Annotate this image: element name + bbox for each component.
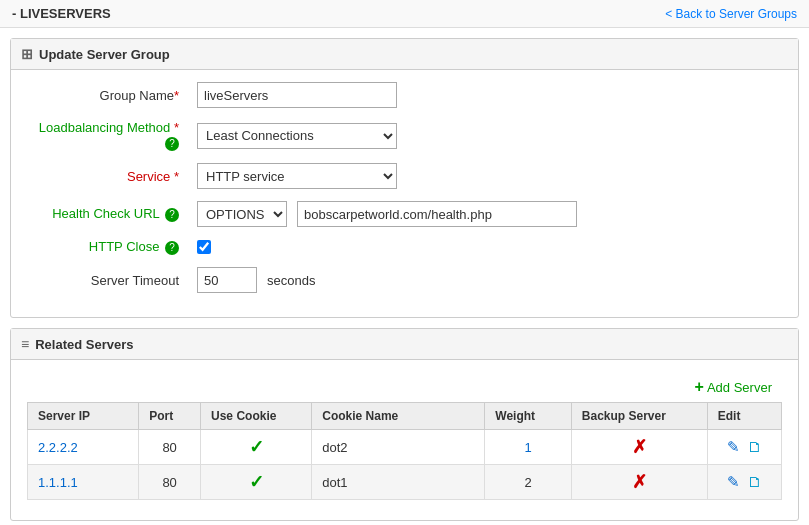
- lb-method-help-icon[interactable]: ?: [165, 137, 179, 151]
- group-name-label: Group Name*: [27, 88, 187, 103]
- servers-table-body: 2.2.2.2 80 ✓ dot2 1 ✗ ✎ 🗋: [28, 430, 782, 500]
- group-name-input[interactable]: [197, 82, 397, 108]
- lb-method-select[interactable]: Least Connections Round Robin IP Hash: [197, 123, 397, 149]
- related-servers-header: ≡ Related Servers: [11, 329, 798, 360]
- weight-cell: 1: [485, 430, 572, 465]
- service-label: Service *: [27, 169, 187, 184]
- port-cell: 80: [139, 465, 201, 500]
- servers-table: Server IP Port Use Cookie Cookie Name We…: [27, 402, 782, 500]
- related-servers-title: Related Servers: [35, 337, 133, 352]
- health-method-select[interactable]: OPTIONS GET POST HEAD: [197, 201, 287, 227]
- edit-cell: ✎ 🗋: [707, 430, 781, 465]
- th-server-ip: Server IP: [28, 403, 139, 430]
- backup-server-cell: ✗: [571, 465, 707, 500]
- check-icon: ✓: [249, 472, 264, 492]
- edit-icon[interactable]: ✎: [727, 473, 740, 490]
- th-use-cookie: Use Cookie: [201, 403, 312, 430]
- port-cell: 80: [139, 430, 201, 465]
- http-close-row: HTTP Close ?: [27, 239, 782, 255]
- page-title: - LIVESERVERS: [12, 6, 111, 21]
- plus-icon: +: [695, 378, 704, 396]
- use-cookie-cell: ✓: [201, 430, 312, 465]
- table-row: 2.2.2.2 80 ✓ dot2 1 ✗ ✎ 🗋: [28, 430, 782, 465]
- server-ip-link[interactable]: 1.1.1.1: [38, 475, 78, 490]
- add-server-link[interactable]: + Add Server: [695, 378, 772, 396]
- http-close-help-icon[interactable]: ?: [165, 241, 179, 255]
- lb-method-label: Loadbalancing Method * ?: [27, 120, 187, 151]
- related-servers-section: ≡ Related Servers + Add Server Server IP…: [10, 328, 799, 521]
- health-url-input[interactable]: [297, 201, 577, 227]
- th-port: Port: [139, 403, 201, 430]
- edit-cell: ✎ 🗋: [707, 465, 781, 500]
- http-close-label: HTTP Close ?: [27, 239, 187, 255]
- use-cookie-cell: ✓: [201, 465, 312, 500]
- health-check-help-icon[interactable]: ?: [165, 208, 179, 222]
- weight-cell: 2: [485, 465, 572, 500]
- update-server-group-section: ⊞ Update Server Group Group Name* Loadba…: [10, 38, 799, 318]
- check-icon: ✓: [249, 437, 264, 457]
- update-section-title: Update Server Group: [39, 47, 170, 62]
- service-row: Service * HTTP service HTTPS service TCP…: [27, 163, 782, 189]
- lb-method-row: Loadbalancing Method * ? Least Connectio…: [27, 120, 782, 151]
- server-timeout-input[interactable]: [197, 267, 257, 293]
- cookie-name-cell: dot1: [312, 465, 485, 500]
- service-select[interactable]: HTTP service HTTPS service TCP service: [197, 163, 397, 189]
- th-edit: Edit: [707, 403, 781, 430]
- th-backup-server: Backup Server: [571, 403, 707, 430]
- seconds-label: seconds: [267, 273, 315, 288]
- grid-icon: ⊞: [21, 46, 33, 62]
- server-ip-cell: 2.2.2.2: [28, 430, 139, 465]
- health-check-row: Health Check URL ? OPTIONS GET POST HEAD: [27, 201, 782, 227]
- edit-icon[interactable]: ✎: [727, 438, 740, 455]
- related-servers-body: + Add Server Server IP Port Use Cookie C…: [11, 360, 798, 520]
- http-close-checkbox[interactable]: [197, 240, 211, 254]
- add-server-area: + Add Server: [27, 372, 782, 402]
- server-timeout-row: Server Timeout seconds: [27, 267, 782, 293]
- backup-server-cell: ✗: [571, 430, 707, 465]
- copy-icon[interactable]: 🗋: [747, 473, 762, 490]
- cross-icon: ✗: [632, 472, 647, 492]
- th-weight: Weight: [485, 403, 572, 430]
- copy-icon[interactable]: 🗋: [747, 438, 762, 455]
- update-section-body: Group Name* Loadbalancing Method * ? Lea…: [11, 70, 798, 317]
- group-name-row: Group Name*: [27, 82, 782, 108]
- cross-icon: ✗: [632, 437, 647, 457]
- servers-icon: ≡: [21, 336, 29, 352]
- update-section-header: ⊞ Update Server Group: [11, 39, 798, 70]
- add-server-label: Add Server: [707, 380, 772, 395]
- servers-table-head: Server IP Port Use Cookie Cookie Name We…: [28, 403, 782, 430]
- cookie-name-cell: dot2: [312, 430, 485, 465]
- health-check-label: Health Check URL ?: [27, 206, 187, 222]
- server-timeout-label: Server Timeout: [27, 273, 187, 288]
- back-to-server-groups-link[interactable]: < Back to Server Groups: [665, 7, 797, 21]
- th-cookie-name: Cookie Name: [312, 403, 485, 430]
- server-ip-link[interactable]: 2.2.2.2: [38, 440, 78, 455]
- server-ip-cell: 1.1.1.1: [28, 465, 139, 500]
- page-header: - LIVESERVERS < Back to Server Groups: [0, 0, 809, 28]
- table-row: 1.1.1.1 80 ✓ dot1 2 ✗ ✎ 🗋: [28, 465, 782, 500]
- servers-table-header-row: Server IP Port Use Cookie Cookie Name We…: [28, 403, 782, 430]
- weight-link[interactable]: 1: [524, 440, 531, 455]
